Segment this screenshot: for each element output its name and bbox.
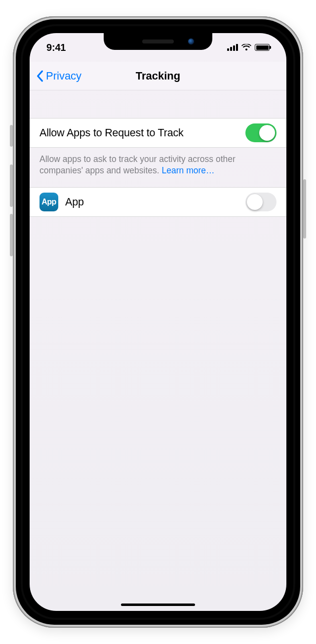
cellular-icon	[227, 44, 238, 51]
learn-more-link[interactable]: Learn more…	[162, 165, 215, 175]
home-indicator[interactable]	[121, 604, 195, 606]
allow-request-row: Allow Apps to Request to Track	[30, 118, 286, 148]
back-label: Privacy	[46, 70, 81, 82]
app-name: App	[65, 196, 238, 208]
mute-switch	[10, 125, 13, 147]
back-button[interactable]: Privacy	[30, 70, 81, 82]
app-row: App App	[30, 187, 286, 217]
wifi-icon	[241, 44, 251, 51]
volume-up-button	[10, 164, 13, 207]
volume-down-button	[10, 214, 13, 256]
page-title: Tracking	[136, 70, 180, 82]
content: Allow Apps to Request to Track Allow app…	[30, 90, 286, 611]
screen: 9:41	[30, 33, 286, 611]
chevron-left-icon	[37, 70, 43, 82]
app-tracking-toggle[interactable]	[245, 193, 276, 211]
phone-frame: 9:41	[13, 16, 303, 628]
battery-icon	[255, 44, 270, 51]
allow-request-footer: Allow apps to ask to track your activity…	[30, 148, 286, 187]
front-camera	[188, 38, 195, 45]
allow-request-label: Allow Apps to Request to Track	[40, 127, 238, 139]
status-icons	[227, 44, 270, 51]
status-time: 9:41	[46, 42, 66, 53]
speaker-grille	[142, 40, 174, 43]
notch	[104, 33, 212, 50]
side-button	[303, 179, 306, 239]
nav-bar: Privacy Tracking	[30, 62, 286, 90]
allow-request-toggle[interactable]	[245, 123, 276, 142]
app-icon: App	[40, 193, 58, 211]
